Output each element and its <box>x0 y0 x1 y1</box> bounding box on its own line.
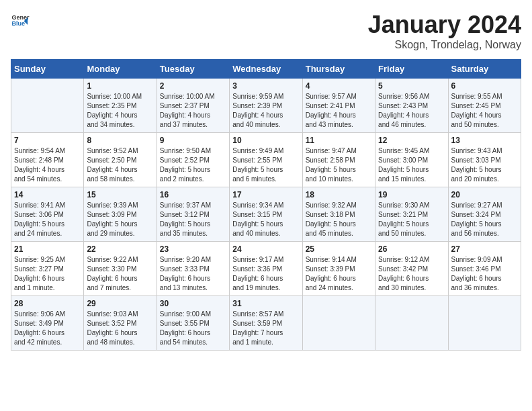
calendar-table: Sunday Monday Tuesday Wednesday Thursday… <box>11 59 521 351</box>
day-number: 1 <box>87 81 153 91</box>
calendar-week-1: 1Sunrise: 10:00 AMSunset: 2:35 PMDayligh… <box>11 79 521 133</box>
calendar-cell: 3Sunrise: 9:59 AMSunset: 2:39 PMDaylight… <box>230 79 302 133</box>
day-content: Sunrise: 9:54 AMSunset: 2:48 PMDaylight:… <box>14 146 81 184</box>
calendar-cell: 14Sunrise: 9:41 AMSunset: 3:06 PMDayligh… <box>11 187 84 242</box>
day-content: Sunrise: 9:03 AMSunset: 3:52 PMDaylight:… <box>87 310 153 347</box>
day-content: Sunrise: 10:00 AMSunset: 2:35 PMDaylight… <box>87 92 153 130</box>
calendar-cell: 8Sunrise: 9:52 AMSunset: 2:50 PMDaylight… <box>84 133 157 187</box>
header-friday: Friday <box>375 60 448 79</box>
calendar-cell: 21Sunrise: 9:25 AMSunset: 3:27 PMDayligh… <box>11 242 84 296</box>
day-content: Sunrise: 9:49 AMSunset: 2:55 PMDaylight:… <box>232 146 299 184</box>
day-content: Sunrise: 9:27 AMSunset: 3:24 PMDaylight:… <box>451 201 518 238</box>
day-number: 25 <box>306 244 372 254</box>
day-content: Sunrise: 9:45 AMSunset: 3:00 PMDaylight:… <box>378 146 445 184</box>
header-sunday: Sunday <box>11 60 84 79</box>
day-content: Sunrise: 9:06 AMSunset: 3:49 PMDaylight:… <box>14 310 81 347</box>
day-content: Sunrise: 9:55 AMSunset: 2:45 PMDaylight:… <box>451 92 518 130</box>
calendar-cell: 16Sunrise: 9:37 AMSunset: 3:12 PMDayligh… <box>157 187 229 242</box>
calendar-week-3: 14Sunrise: 9:41 AMSunset: 3:06 PMDayligh… <box>11 187 521 242</box>
calendar-cell: 18Sunrise: 9:32 AMSunset: 3:18 PMDayligh… <box>302 187 375 242</box>
day-content: Sunrise: 9:20 AMSunset: 3:33 PMDaylight:… <box>160 255 226 293</box>
logo: General Blue <box>11 11 30 30</box>
svg-text:Blue: Blue <box>11 20 25 27</box>
calendar-header: Sunday Monday Tuesday Wednesday Thursday… <box>11 60 521 79</box>
day-content: Sunrise: 9:22 AMSunset: 3:30 PMDaylight:… <box>87 255 153 293</box>
calendar-cell: 15Sunrise: 9:39 AMSunset: 3:09 PMDayligh… <box>84 187 157 242</box>
day-content: Sunrise: 9:57 AMSunset: 2:41 PMDaylight:… <box>306 92 372 130</box>
calendar-cell <box>375 296 448 351</box>
day-content: Sunrise: 9:32 AMSunset: 3:18 PMDaylight:… <box>306 201 372 238</box>
day-number: 14 <box>14 190 81 199</box>
calendar-cell: 23Sunrise: 9:20 AMSunset: 3:33 PMDayligh… <box>157 242 229 296</box>
main-title: January 2024 <box>368 11 521 39</box>
day-content: Sunrise: 9:25 AMSunset: 3:27 PMDaylight:… <box>14 255 81 293</box>
calendar-cell: 10Sunrise: 9:49 AMSunset: 2:55 PMDayligh… <box>230 133 302 187</box>
day-number: 4 <box>306 81 372 91</box>
day-number: 18 <box>306 190 372 199</box>
day-content: Sunrise: 9:59 AMSunset: 2:39 PMDaylight:… <box>232 92 299 130</box>
calendar-cell: 25Sunrise: 9:14 AMSunset: 3:39 PMDayligh… <box>302 242 375 296</box>
day-number: 7 <box>14 136 81 145</box>
header-thursday: Thursday <box>302 60 375 79</box>
calendar-cell <box>302 296 375 351</box>
day-number: 6 <box>451 81 518 91</box>
calendar-cell: 12Sunrise: 9:45 AMSunset: 3:00 PMDayligh… <box>375 133 448 187</box>
day-content: Sunrise: 9:14 AMSunset: 3:39 PMDaylight:… <box>306 255 372 293</box>
header-wednesday: Wednesday <box>230 60 302 79</box>
calendar-cell: 28Sunrise: 9:06 AMSunset: 3:49 PMDayligh… <box>11 296 84 351</box>
day-number: 23 <box>160 244 226 254</box>
day-number: 10 <box>232 136 299 145</box>
calendar-cell: 20Sunrise: 9:27 AMSunset: 3:24 PMDayligh… <box>448 187 521 242</box>
calendar-week-4: 21Sunrise: 9:25 AMSunset: 3:27 PMDayligh… <box>11 242 521 296</box>
day-number: 9 <box>160 136 226 145</box>
day-number: 24 <box>232 244 299 254</box>
calendar-cell: 27Sunrise: 9:09 AMSunset: 3:46 PMDayligh… <box>448 242 521 296</box>
day-content: Sunrise: 9:43 AMSunset: 3:03 PMDaylight:… <box>451 146 518 184</box>
day-content: Sunrise: 9:34 AMSunset: 3:15 PMDaylight:… <box>232 201 299 238</box>
day-content: Sunrise: 9:17 AMSunset: 3:36 PMDaylight:… <box>232 255 299 293</box>
day-number: 27 <box>451 244 518 254</box>
day-number: 2 <box>160 81 226 91</box>
day-number: 12 <box>378 136 445 145</box>
calendar-cell: 1Sunrise: 10:00 AMSunset: 2:35 PMDayligh… <box>84 79 157 133</box>
header-saturday: Saturday <box>448 60 521 79</box>
calendar-cell: 7Sunrise: 9:54 AMSunset: 2:48 PMDaylight… <box>11 133 84 187</box>
day-number: 31 <box>232 299 299 308</box>
calendar-cell: 4Sunrise: 9:57 AMSunset: 2:41 PMDaylight… <box>302 79 375 133</box>
day-content: Sunrise: 9:39 AMSunset: 3:09 PMDaylight:… <box>87 201 153 238</box>
day-content: Sunrise: 9:52 AMSunset: 2:50 PMDaylight:… <box>87 146 153 184</box>
calendar-cell <box>448 296 521 351</box>
day-content: Sunrise: 9:09 AMSunset: 3:46 PMDaylight:… <box>451 255 518 293</box>
day-content: Sunrise: 9:00 AMSunset: 3:55 PMDaylight:… <box>160 310 226 347</box>
calendar-cell: 29Sunrise: 9:03 AMSunset: 3:52 PMDayligh… <box>84 296 157 351</box>
calendar-cell: 2Sunrise: 10:00 AMSunset: 2:37 PMDayligh… <box>157 79 229 133</box>
day-number: 21 <box>14 244 81 254</box>
calendar-cell: 22Sunrise: 9:22 AMSunset: 3:30 PMDayligh… <box>84 242 157 296</box>
calendar-cell: 19Sunrise: 9:30 AMSunset: 3:21 PMDayligh… <box>375 187 448 242</box>
day-number: 29 <box>87 299 153 308</box>
header-tuesday: Tuesday <box>157 60 229 79</box>
calendar-cell: 24Sunrise: 9:17 AMSunset: 3:36 PMDayligh… <box>230 242 302 296</box>
day-number: 13 <box>451 136 518 145</box>
day-number: 16 <box>160 190 226 199</box>
calendar-cell: 26Sunrise: 9:12 AMSunset: 3:42 PMDayligh… <box>375 242 448 296</box>
calendar-cell <box>11 79 84 133</box>
logo-icon: General Blue <box>11 11 30 30</box>
calendar-cell: 5Sunrise: 9:56 AMSunset: 2:43 PMDaylight… <box>375 79 448 133</box>
calendar-cell: 31Sunrise: 8:57 AMSunset: 3:59 PMDayligh… <box>230 296 302 351</box>
header-monday: Monday <box>84 60 157 79</box>
day-content: Sunrise: 9:50 AMSunset: 2:52 PMDaylight:… <box>160 146 226 184</box>
calendar-cell: 6Sunrise: 9:55 AMSunset: 2:45 PMDaylight… <box>448 79 521 133</box>
day-number: 3 <box>232 81 299 91</box>
day-number: 11 <box>306 136 372 145</box>
calendar-cell: 13Sunrise: 9:43 AMSunset: 3:03 PMDayligh… <box>448 133 521 187</box>
calendar-week-2: 7Sunrise: 9:54 AMSunset: 2:48 PMDaylight… <box>11 133 521 187</box>
page-header: General Blue January 2024 Skogn, Trondel… <box>11 11 521 51</box>
header-row: Sunday Monday Tuesday Wednesday Thursday… <box>11 60 521 79</box>
day-number: 28 <box>14 299 81 308</box>
day-number: 5 <box>378 81 445 91</box>
calendar-cell: 9Sunrise: 9:50 AMSunset: 2:52 PMDaylight… <box>157 133 229 187</box>
day-number: 19 <box>378 190 445 199</box>
day-content: Sunrise: 8:57 AMSunset: 3:59 PMDaylight:… <box>232 310 299 347</box>
day-number: 8 <box>87 136 153 145</box>
